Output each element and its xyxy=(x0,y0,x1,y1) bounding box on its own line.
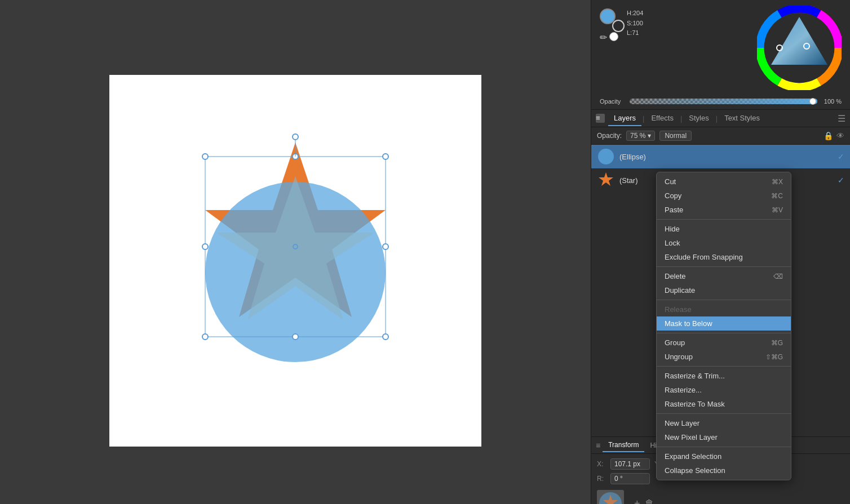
tab-transform[interactable]: Transform xyxy=(603,439,644,452)
layer-item-ellipse[interactable]: (Ellipse) ✓ xyxy=(591,145,850,168)
ctx-mask-to-below[interactable]: Mask to Below xyxy=(657,316,791,331)
ctx-group-label: Group xyxy=(665,338,685,347)
ctx-rasterize[interactable]: Rasterize... xyxy=(657,383,791,397)
canvas-surface[interactable] xyxy=(109,75,481,447)
thumb-preview xyxy=(597,490,624,504)
color-picker-area: ✏ H:204 S:100 L:71 xyxy=(591,0,850,96)
ctx-collapse-selection[interactable]: Collapse Selection xyxy=(657,463,791,478)
layer-thumb-ellipse xyxy=(597,148,615,166)
ctx-cut-shortcut: ⌘X xyxy=(772,178,783,186)
ctx-paste[interactable]: Paste ⌘V xyxy=(657,203,791,217)
svg-point-19 xyxy=(598,149,614,164)
ctx-divider-7 xyxy=(657,447,791,447)
stroke-swatch[interactable] xyxy=(612,20,625,32)
svg-point-18 xyxy=(804,43,809,49)
svg-marker-20 xyxy=(599,172,613,186)
ctx-exclude-snapping[interactable]: Exclude From Snapping xyxy=(657,250,791,264)
x-label: X: xyxy=(597,460,608,468)
h-value: 204 xyxy=(633,10,643,16)
panel-toggle[interactable]: ≡ xyxy=(596,114,605,123)
ctx-exclude-snapping-label: Exclude From Snapping xyxy=(665,253,743,261)
ctx-rasterize-mask[interactable]: Rasterize To Mask xyxy=(657,397,791,411)
delete-layer-icon[interactable]: 🗑 xyxy=(645,498,654,504)
ctx-release: Release xyxy=(657,302,791,316)
ctx-cut[interactable]: Cut ⌘X xyxy=(657,175,791,189)
x-value[interactable]: 107.1 px xyxy=(610,458,650,470)
tools-row: ✏ xyxy=(600,32,620,43)
layers-row-icons: 🔒 👁 xyxy=(824,131,844,140)
hsl-values: H:204 S:100 L:71 xyxy=(627,8,643,38)
tab-styles[interactable]: Styles xyxy=(683,111,714,126)
ctx-expand-selection[interactable]: Expand Selection xyxy=(657,449,791,463)
ctx-lock[interactable]: Lock xyxy=(657,236,791,250)
opacity-dropdown-icon: ▾ xyxy=(648,132,651,140)
s-label: S: xyxy=(627,20,632,26)
ctx-release-label: Release xyxy=(665,305,692,314)
ctx-lock-label: Lock xyxy=(665,239,680,247)
tabs-right: ☰ xyxy=(838,113,845,124)
color-wheel[interactable] xyxy=(757,6,842,90)
canvas-svg xyxy=(109,75,481,447)
add-layer-icon[interactable]: + xyxy=(634,498,640,505)
ctx-hide[interactable]: Hide xyxy=(657,222,791,236)
r-label: R: xyxy=(597,475,608,483)
ctx-ungroup-shortcut: ⇧⌘G xyxy=(765,353,783,361)
ctx-copy-shortcut: ⌘C xyxy=(771,192,783,200)
l-label: L: xyxy=(627,29,632,36)
thumb-row: + 🗑 xyxy=(597,490,844,504)
ctx-new-layer[interactable]: New Layer xyxy=(657,416,791,430)
h-label: H: xyxy=(627,10,633,16)
r-value[interactable]: 0 ° xyxy=(610,473,650,484)
ctx-copy[interactable]: Copy ⌘C xyxy=(657,189,791,203)
tab-effects[interactable]: Effects xyxy=(645,111,679,126)
blend-mode-selector[interactable]: Normal xyxy=(659,131,692,141)
layer-check-star: ✓ xyxy=(838,176,844,185)
ctx-ungroup-label: Ungroup xyxy=(665,353,693,361)
svg-point-10 xyxy=(293,334,298,340)
circle-icon[interactable] xyxy=(609,32,618,41)
lock-icon[interactable]: 🔒 xyxy=(824,131,833,140)
ctx-divider-1 xyxy=(657,219,791,220)
opacity-knob[interactable] xyxy=(809,98,816,105)
ctx-group-shortcut: ⌘G xyxy=(771,339,783,347)
ctx-hide-label: Hide xyxy=(665,225,680,233)
opacity-row: Opacity 100 % xyxy=(591,98,850,109)
color-controls-left: ✏ xyxy=(600,6,620,43)
layers-stack-icon: ≡ xyxy=(596,441,600,450)
opacity-slider[interactable] xyxy=(630,99,817,104)
svg-point-11 xyxy=(383,334,388,340)
ctx-new-pixel-layer[interactable]: New Pixel Layer xyxy=(657,430,791,444)
ctx-rasterize-mask-label: Rasterize To Mask xyxy=(665,400,725,408)
ctx-ungroup[interactable]: Ungroup ⇧⌘G xyxy=(657,350,791,364)
svg-point-12 xyxy=(293,134,298,140)
tab-layers[interactable]: Layers xyxy=(608,111,641,126)
layer-thumb-star xyxy=(597,171,615,189)
ctx-mask-to-below-label: Mask to Below xyxy=(665,319,712,328)
ctx-rasterize-trim[interactable]: Rasterize & Trim... xyxy=(657,369,791,383)
panel-menu-icon[interactable]: ☰ xyxy=(838,113,845,124)
layers-opacity-value[interactable]: 75 % ▾ xyxy=(626,131,655,141)
opacity-label: Opacity xyxy=(600,98,625,105)
ctx-delete-shortcut: ⌫ xyxy=(773,273,783,280)
ctx-divider-3 xyxy=(657,300,791,300)
transform-r: R: 0 ° xyxy=(597,473,650,484)
ctx-duplicate-label: Duplicate xyxy=(665,286,695,295)
ctx-rasterize-label: Rasterize... xyxy=(665,386,702,394)
transform-x: X: 107.1 px xyxy=(597,458,650,470)
tab-text-styles[interactable]: Text Styles xyxy=(719,111,765,126)
svg-marker-16 xyxy=(771,17,827,65)
svg-point-7 xyxy=(202,244,208,249)
ctx-group[interactable]: Group ⌘G xyxy=(657,336,791,350)
canvas-area xyxy=(0,0,591,504)
ctx-cut-label: Cut xyxy=(665,177,676,186)
ctx-divider-2 xyxy=(657,266,791,267)
svg-point-8 xyxy=(383,244,388,249)
pencil-icon[interactable]: ✏ xyxy=(600,32,607,43)
ctx-delete[interactable]: Delete ⌫ xyxy=(657,269,791,283)
color-wheel-container xyxy=(738,6,842,90)
svg-point-9 xyxy=(202,334,208,340)
ctx-duplicate[interactable]: Duplicate xyxy=(657,283,791,297)
ctx-expand-selection-label: Expand Selection xyxy=(665,452,721,461)
ctx-delete-label: Delete xyxy=(665,272,686,280)
visibility-icon[interactable]: 👁 xyxy=(836,131,844,140)
